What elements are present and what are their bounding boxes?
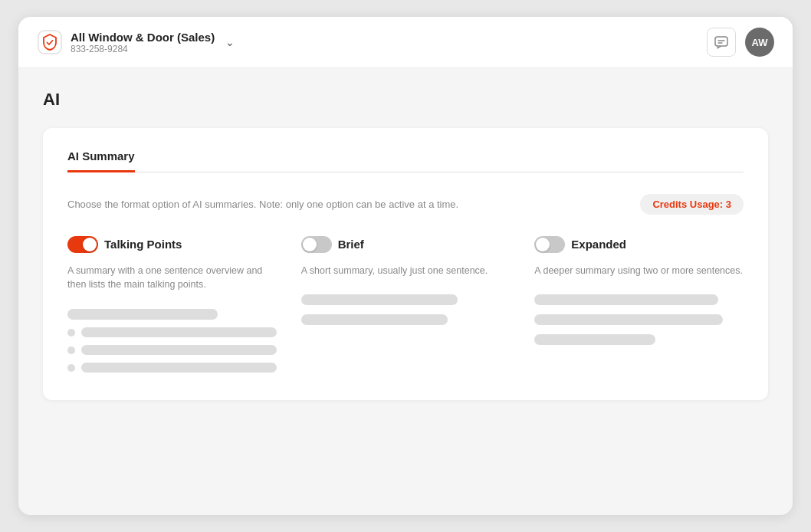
- skeleton-line-sm-3: [81, 363, 277, 373]
- toggle-thumb: [303, 238, 317, 251]
- page-title: AI: [43, 90, 768, 110]
- tab-bar: AI Summary: [67, 149, 744, 172]
- option-brief: Brief A short summary, usually just one …: [301, 236, 511, 373]
- description-row: Choose the format option of AI summaries…: [67, 194, 744, 215]
- avatar[interactable]: AW: [745, 28, 774, 57]
- skeleton-dot: [67, 364, 75, 372]
- option-header-brief: Brief: [301, 236, 511, 253]
- skeleton-line-sm-2: [81, 345, 277, 355]
- option-expanded: Expanded A deeper summary using two or m…: [534, 236, 744, 373]
- toggle-thumb: [83, 238, 97, 251]
- skeleton-line-expanded-2: [534, 314, 722, 325]
- chat-icon: [714, 34, 729, 50]
- credits-value: 3: [726, 199, 731, 210]
- credits-badge: Credits Usage: 3: [640, 194, 744, 215]
- skeleton-dot-row-1: [67, 327, 277, 337]
- skeleton-dot-row-2: [67, 345, 277, 355]
- header-left: All Window & Door (Sales) 833-258-9284 ⌄: [37, 29, 235, 55]
- phone-number: 833-258-9284: [71, 44, 215, 54]
- skeleton-dot: [67, 329, 75, 337]
- skeleton-line-expanded-1: [534, 294, 718, 305]
- toggle-talking-points[interactable]: [67, 236, 98, 253]
- option-label-expanded: Expanded: [571, 238, 626, 251]
- options-grid: Talking Points A summary with a one sent…: [67, 236, 744, 373]
- description-text: Choose the format option of AI summaries…: [67, 199, 458, 210]
- header-title-block: All Window & Door (Sales) 833-258-9284: [71, 31, 215, 54]
- skeleton-dot-row-3: [67, 363, 277, 373]
- chat-button[interactable]: [707, 28, 736, 57]
- skeleton-line-sm-1: [81, 327, 277, 337]
- company-name: All Window & Door (Sales): [71, 31, 215, 44]
- tab-ai-summary[interactable]: AI Summary: [67, 149, 135, 172]
- option-label-talking-points: Talking Points: [104, 238, 182, 251]
- header-right: AW: [707, 28, 774, 57]
- option-desc-expanded: A deeper summary using two or more sente…: [534, 264, 744, 278]
- chevron-down-icon[interactable]: ⌄: [225, 36, 235, 48]
- skeleton-line-1: [67, 309, 218, 320]
- option-desc-brief: A short summary, usually just one senten…: [301, 264, 511, 278]
- svg-rect-1: [715, 37, 727, 46]
- toggle-expanded[interactable]: [534, 236, 565, 253]
- option-label-brief: Brief: [338, 238, 364, 251]
- skeleton-dot: [67, 346, 75, 354]
- skeleton-line-brief-2: [301, 314, 448, 325]
- shield-icon: [37, 29, 63, 55]
- skeleton-line-expanded-3: [534, 334, 655, 345]
- option-talking-points: Talking Points A summary with a one sent…: [67, 236, 277, 373]
- main-card: All Window & Door (Sales) 833-258-9284 ⌄…: [18, 17, 793, 515]
- page-body: AI AI Summary Choose the format option o…: [18, 68, 793, 425]
- inner-card: AI Summary Choose the format option of A…: [43, 128, 768, 400]
- option-desc-talking-points: A summary with a one sentence overview a…: [67, 264, 277, 293]
- toggle-thumb: [536, 238, 550, 251]
- option-header-expanded: Expanded: [534, 236, 744, 253]
- skeleton-line-brief-1: [301, 294, 458, 305]
- header: All Window & Door (Sales) 833-258-9284 ⌄…: [18, 17, 793, 68]
- option-header-talking-points: Talking Points: [67, 236, 277, 253]
- credits-label: Credits Usage:: [652, 199, 723, 210]
- toggle-brief[interactable]: [301, 236, 332, 253]
